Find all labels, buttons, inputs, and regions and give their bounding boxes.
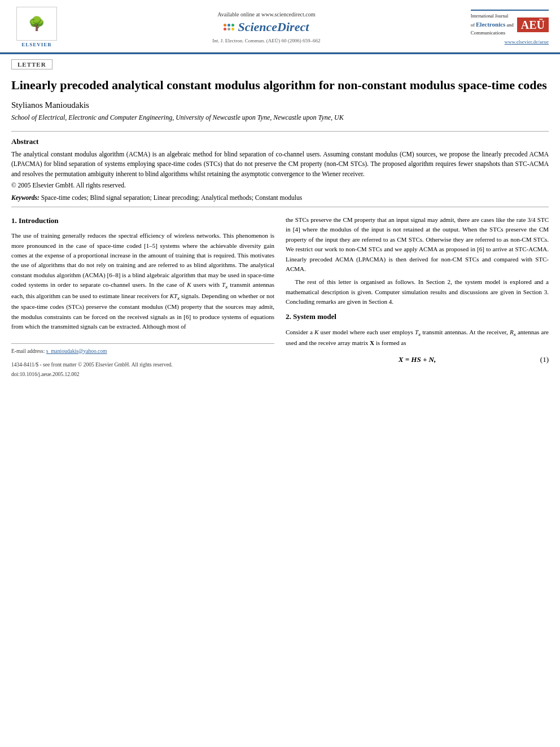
sd-dots [224,24,234,30]
issn-text: 1434-8411/$ - see front matter © 2005 El… [11,361,274,369]
header-center: Available online at www.sciencedirect.co… [62,11,471,43]
elsevier-tree-icon: 🌳 [28,17,45,30]
footnote-issn-block: 1434-8411/$ - see front matter © 2005 El… [11,361,274,378]
article-content: Linearly precoded analytical constant mo… [0,77,560,379]
author-name: Stylianos Manioudakis [11,101,549,110]
footnote-email: E-mail address: s_manioudakis@yahoo.com [11,347,274,356]
equation-1: X = HS + N, (1) [286,354,549,365]
eq-number: (1) [436,354,549,365]
keywords: Keywords: Space-time codes; Blind signal… [11,194,549,201]
intl-label: International Journal [471,13,514,20]
letter-section: LETTER [0,54,560,72]
elsevier-logo-box: 🌳 [16,7,57,41]
divider-2 [11,207,549,207]
keywords-label: Keywords: [11,194,40,201]
abstract-section: Abstract The analytical constant modulus… [11,137,549,189]
intro-para-1: The use of training generally reduces th… [11,231,274,331]
copyright: © 2005 Elsevier GmbH. All rights reserve… [11,182,549,189]
header: 🌳 ELSEVIER Available online at www.scien… [0,0,560,53]
aeu-title-row: International Journal of Electronics and… [471,13,549,37]
abstract-title: Abstract [11,137,549,146]
journal-info: Int. J. Electron. Commun. (AEÜ) 60 (2006… [212,38,320,43]
system-model-heading: 2. System model [286,311,549,322]
abstract-body: The analytical constant modulus algorith… [11,151,549,178]
sd-dot-row-2 [224,28,234,30]
right-para-2: The rest of this letter is organised as … [286,277,549,307]
communications-label: Communications [471,29,514,37]
article-title: Linearly precoded analytical constant mo… [11,77,549,94]
right-para-1: the STCs preserve the CM property that a… [286,215,549,274]
email-label: E-mail address: [11,348,45,354]
elsevier-text: ELSEVIER [21,42,52,47]
footnote-section: E-mail address: s_manioudakis@yahoo.com … [11,343,274,379]
affiliation: School of Electrical, Electronic and Com… [11,113,549,122]
sciencedirect-logo: ScienceDirect [224,20,309,34]
sd-dot-yellow [231,28,234,30]
email-link[interactable]: s_manioudakis@yahoo.com [46,348,107,354]
system-model-para-1: Consider a K user model where each user … [286,327,549,348]
doi-text: doi:10.1016/j.aeue.2005.12.002 [11,370,274,379]
and-label: and [506,22,513,28]
available-online-text: Available online at www.sciencedirect.co… [217,11,315,18]
equation-formula: X = HS + N, [399,354,436,365]
sd-dot-gray [228,28,230,30]
website-link[interactable]: www.elsevier.de/aeue [505,39,549,45]
sd-dot-orange [224,24,226,27]
two-column-layout: 1. Introduction The use of training gene… [11,215,549,379]
abstract-text: The analytical constant modulus algorith… [11,150,549,180]
right-col-intro: the STCs preserve the CM property that a… [286,215,549,307]
of-label: of Electronics and [471,20,514,29]
sd-dot-row-1 [224,24,234,27]
electronics-label: Electronics [476,21,505,28]
introduction-heading: 1. Introduction [11,215,274,226]
col-left: 1. Introduction The use of training gene… [11,215,274,379]
aeu-header-block: International Journal of Electronics and… [471,10,549,45]
sd-dot-red [224,28,226,30]
keywords-text: Space-time codes; Blind signal separatio… [41,194,302,201]
col-right: the STCs preserve the CM property that a… [286,215,549,379]
sciencedirect-text: ScienceDirect [238,20,309,34]
letter-badge: LETTER [11,59,53,69]
introduction-body: The use of training generally reduces th… [11,231,274,331]
journal-title-block: International Journal of Electronics and… [471,13,514,37]
sd-dot-green [231,24,234,27]
sd-dot-blue [228,24,230,27]
page: 🌳 ELSEVIER Available online at www.scien… [0,0,560,747]
aeu-badge: AEÜ [517,18,549,32]
elsevier-logo: 🌳 ELSEVIER [11,7,62,47]
divider-1 [11,131,549,132]
system-model-body: Consider a K user model where each user … [286,327,549,348]
